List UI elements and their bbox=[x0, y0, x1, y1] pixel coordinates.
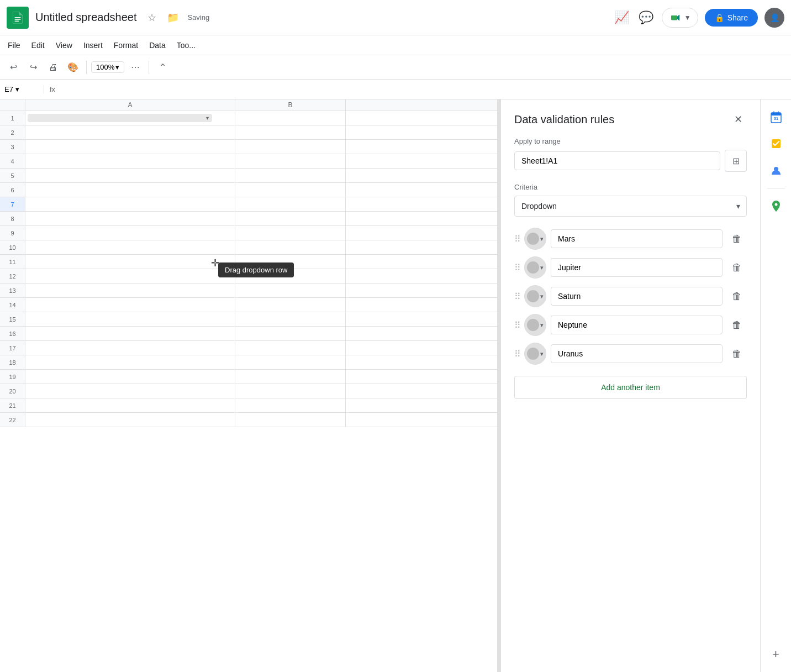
cell-b12[interactable] bbox=[235, 269, 346, 283]
cell-a19[interactable] bbox=[25, 370, 235, 384]
cell-b8[interactable] bbox=[235, 212, 346, 225]
trend-button[interactable]: 📈 bbox=[613, 9, 631, 27]
menu-format[interactable]: Format bbox=[108, 39, 144, 52]
cell-a5[interactable] bbox=[25, 169, 235, 182]
dropdown-item-input-4[interactable] bbox=[551, 316, 723, 334]
cell-b17[interactable] bbox=[235, 341, 346, 355]
paint-format-button[interactable]: 🎨 bbox=[64, 59, 82, 76]
cell-b10[interactable] bbox=[235, 240, 346, 254]
close-panel-button[interactable]: ✕ bbox=[729, 111, 747, 128]
color-picker-button-3[interactable]: ▾ bbox=[524, 285, 546, 307]
cell-b1[interactable] bbox=[235, 111, 346, 125]
more-button[interactable]: ⋯ bbox=[126, 59, 144, 76]
cell-a3[interactable] bbox=[25, 140, 235, 154]
delete-item-button-5[interactable]: 🗑 bbox=[727, 344, 747, 364]
cell-b2[interactable] bbox=[235, 125, 346, 139]
add-sidebar-button[interactable]: + bbox=[765, 643, 787, 665]
cell-a14[interactable] bbox=[25, 298, 235, 312]
cell-a21[interactable] bbox=[25, 398, 235, 412]
cell-a18[interactable] bbox=[25, 355, 235, 369]
cell-b19[interactable] bbox=[235, 370, 346, 384]
range-input[interactable] bbox=[514, 151, 720, 170]
comments-button[interactable]: 💬 bbox=[637, 9, 655, 27]
cell-b5[interactable] bbox=[235, 169, 346, 182]
drag-handle-icon[interactable]: ⠿ bbox=[514, 291, 520, 302]
calendar-sidebar-button[interactable]: 31 bbox=[765, 106, 787, 128]
color-picker-button-5[interactable]: ▾ bbox=[524, 343, 546, 365]
cell-b16[interactable] bbox=[235, 327, 346, 340]
zoom-control[interactable]: 100% ▾ bbox=[91, 61, 124, 73]
cell-a17[interactable] bbox=[25, 341, 235, 355]
dropdown-item-input-2[interactable] bbox=[551, 258, 723, 277]
cell-b18[interactable] bbox=[235, 355, 346, 369]
color-picker-button-1[interactable]: ▾ bbox=[524, 228, 546, 250]
menu-tools[interactable]: Too... bbox=[171, 39, 201, 52]
cell-a1[interactable]: ▾ bbox=[25, 111, 235, 125]
contacts-sidebar-button[interactable] bbox=[765, 159, 787, 181]
print-button[interactable]: 🖨 bbox=[44, 59, 62, 76]
color-picker-button-2[interactable]: ▾ bbox=[524, 256, 546, 279]
cell-a8[interactable] bbox=[25, 212, 235, 225]
dropdown-item-input-1[interactable] bbox=[551, 229, 723, 248]
drag-handle-icon[interactable]: ⠿ bbox=[514, 349, 520, 359]
cell-b14[interactable] bbox=[235, 298, 346, 312]
collapse-button[interactable]: ⌃ bbox=[154, 59, 171, 76]
cell-a9[interactable] bbox=[25, 226, 235, 240]
cell-b13[interactable] bbox=[235, 284, 346, 297]
dropdown-cell[interactable]: ▾ bbox=[28, 114, 212, 122]
cell-b7[interactable] bbox=[235, 197, 346, 211]
cell-a7[interactable] bbox=[25, 197, 235, 211]
color-picker-button-4[interactable]: ▾ bbox=[524, 314, 546, 336]
meet-button[interactable]: ▼ bbox=[662, 8, 698, 28]
cell-a10[interactable] bbox=[25, 240, 235, 254]
delete-item-button-2[interactable]: 🗑 bbox=[727, 258, 747, 277]
cell-b22[interactable] bbox=[235, 413, 346, 427]
cell-b11[interactable] bbox=[235, 255, 346, 269]
drag-handle-icon[interactable]: ⠿ bbox=[514, 262, 520, 273]
cell-b20[interactable] bbox=[235, 384, 346, 398]
folder-button[interactable]: 📁 bbox=[164, 9, 182, 27]
criteria-select[interactable]: Dropdown Dropdown (from a range) Checkbo… bbox=[514, 196, 747, 217]
maps-sidebar-button[interactable] bbox=[765, 195, 787, 217]
cell-reference[interactable]: E7 ▾ bbox=[0, 85, 44, 93]
star-button[interactable]: ☆ bbox=[143, 9, 161, 27]
dropdown-item-input-3[interactable] bbox=[551, 287, 723, 306]
cell-b21[interactable] bbox=[235, 398, 346, 412]
menu-insert[interactable]: Insert bbox=[78, 39, 108, 52]
tasks-sidebar-button[interactable] bbox=[765, 133, 787, 155]
formula-input[interactable] bbox=[61, 85, 791, 93]
cell-b15[interactable] bbox=[235, 312, 346, 326]
add-another-item-button[interactable]: Add another item bbox=[514, 376, 747, 399]
cell-b9[interactable] bbox=[235, 226, 346, 240]
delete-item-button-1[interactable]: 🗑 bbox=[727, 229, 747, 249]
delete-item-button-4[interactable]: 🗑 bbox=[727, 315, 747, 335]
cell-a20[interactable] bbox=[25, 384, 235, 398]
grid-selector-button[interactable]: ⊞ bbox=[725, 150, 747, 172]
cell-b4[interactable] bbox=[235, 154, 346, 168]
cell-a13[interactable] bbox=[25, 284, 235, 297]
user-avatar[interactable]: 👤 bbox=[764, 8, 784, 28]
cell-a2[interactable] bbox=[25, 125, 235, 139]
col-header-b[interactable]: B bbox=[235, 99, 346, 111]
cell-b3[interactable] bbox=[235, 140, 346, 154]
drag-handle-icon[interactable]: ⠿ bbox=[514, 234, 520, 244]
col-header-a[interactable]: A bbox=[25, 99, 235, 111]
cell-a11[interactable] bbox=[25, 255, 235, 269]
drag-handle-icon[interactable]: ⠿ bbox=[514, 320, 520, 330]
cell-a12[interactable] bbox=[25, 269, 235, 283]
cell-b6[interactable] bbox=[235, 183, 346, 197]
cell-a22[interactable] bbox=[25, 413, 235, 427]
undo-button[interactable]: ↩ bbox=[4, 59, 22, 76]
document-title[interactable]: Untitled spreadsheet bbox=[35, 11, 136, 24]
delete-item-button-3[interactable]: 🗑 bbox=[727, 286, 747, 306]
cell-a4[interactable] bbox=[25, 154, 235, 168]
share-button[interactable]: 🔒 Share bbox=[705, 9, 758, 27]
cell-a6[interactable] bbox=[25, 183, 235, 197]
menu-edit[interactable]: Edit bbox=[26, 39, 50, 52]
menu-file[interactable]: File bbox=[2, 39, 26, 52]
cell-a15[interactable] bbox=[25, 312, 235, 326]
dropdown-item-input-5[interactable] bbox=[551, 344, 723, 363]
cell-a16[interactable] bbox=[25, 327, 235, 340]
menu-view[interactable]: View bbox=[50, 39, 78, 52]
menu-data[interactable]: Data bbox=[144, 39, 171, 52]
